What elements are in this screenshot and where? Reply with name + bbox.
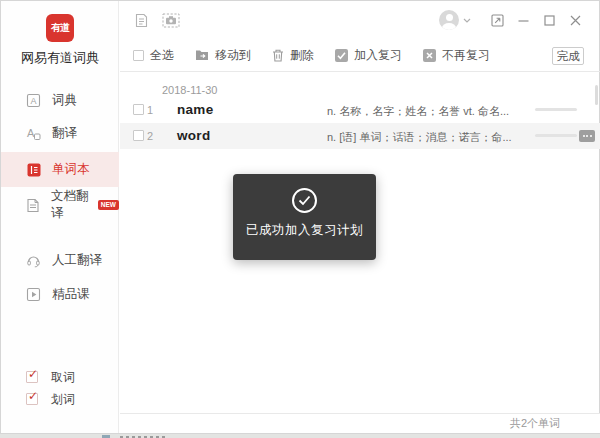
checkbox-checked[interactable]: ✓ [26, 393, 38, 405]
sidebar-item-dictionary[interactable]: A 词典 [1, 84, 119, 116]
sidebar: 有道 网易有道词典 A 词典 A 翻译 单词本 文档翻译 NEW [1, 1, 119, 433]
svg-text:A: A [30, 96, 36, 106]
add-review-button[interactable]: 加入复习 [335, 47, 402, 64]
move-to-button[interactable]: 移动到 [195, 47, 251, 64]
word-count: 共2个单词 [510, 416, 560, 431]
sidebar-item-label: 翻译 [52, 125, 77, 142]
sidebar-item-doc-translate[interactable]: 文档翻译 NEW [1, 189, 119, 221]
move-to-label: 移动到 [215, 47, 251, 64]
select-all-label: 全选 [150, 47, 174, 64]
screenshot-ocr-icon[interactable] [162, 13, 180, 28]
row-index: 1 [147, 104, 153, 116]
desktop-sliver [0, 434, 600, 438]
row-word[interactable]: name [177, 102, 213, 117]
checkbox-checked[interactable]: ✓ [26, 371, 38, 383]
add-review-label: 加入复习 [354, 47, 402, 64]
remove-review-label: 不再复习 [442, 47, 490, 64]
sidebar-item-label: 人工翻译 [52, 252, 102, 269]
date-group-header: 2018-11-30 [162, 84, 217, 96]
close-button[interactable] [565, 1, 585, 39]
row-checkbox[interactable] [133, 104, 144, 115]
check-square-icon [335, 49, 348, 62]
trash-icon [272, 49, 284, 62]
screen: 有道 网易有道词典 A 词典 A 翻译 单词本 文档翻译 NEW [0, 0, 600, 438]
chevron-down-icon[interactable] [463, 18, 471, 23]
move-folder-icon [195, 49, 209, 61]
x-square-icon [423, 49, 436, 62]
sidebar-item-premium-course[interactable]: 精品课 [1, 278, 119, 310]
action-bar: 全选 移动到 删除 加入复习 [120, 39, 600, 72]
sidebar-item-label: 精品课 [52, 286, 90, 303]
sidebar-item-human-translate[interactable]: 人工翻译 [1, 244, 119, 276]
play-course-icon [26, 287, 41, 302]
done-button[interactable]: 完成 [552, 47, 584, 65]
youdao-logo: 有道 [46, 14, 74, 42]
row-word[interactable]: word [177, 128, 210, 143]
toast-message: 已成功加入复习计划 [246, 222, 363, 239]
sidebar-item-wordbook[interactable]: 单词本 [1, 152, 119, 187]
more-options-button[interactable] [579, 130, 595, 142]
remove-review-button[interactable]: 不再复习 [423, 47, 490, 64]
sidebar-item-translate[interactable]: A 翻译 [1, 117, 119, 149]
toggle-word-select[interactable]: ✓ 划词 [26, 391, 75, 407]
familiarity-progress-bar [535, 134, 577, 137]
headset-icon [26, 253, 41, 268]
check-icon: ✓ [28, 368, 38, 380]
minimize-button[interactable] [513, 1, 533, 39]
top-toolbar [120, 1, 600, 39]
word-row-word[interactable]: 2 word n. [语] 单词；话语；消息；诺言；命... [120, 123, 600, 149]
row-definition: n. 名称，名字；姓名；名誉 vt. 命名... [327, 104, 512, 119]
app-window: 有道 网易有道词典 A 词典 A 翻译 单词本 文档翻译 NEW [0, 0, 600, 434]
row-index: 2 [147, 130, 153, 142]
wordbook-icon [26, 162, 41, 177]
document-icon [26, 198, 40, 213]
row-checkbox[interactable] [133, 130, 144, 141]
maximize-button[interactable] [539, 1, 559, 39]
sidebar-item-label: 文档翻译 [51, 188, 93, 222]
mini-mode-button[interactable] [487, 1, 507, 39]
sidebar-item-label: 单词本 [52, 161, 90, 178]
toast-success: 已成功加入复习计划 [233, 174, 376, 260]
delete-button[interactable]: 删除 [272, 47, 314, 64]
translate-icon: A [26, 126, 41, 141]
status-bar: 共2个单词 [120, 413, 600, 433]
toggle-word-capture[interactable]: ✓ 取词 [26, 369, 75, 385]
success-check-icon [292, 188, 317, 213]
select-all-control[interactable]: 全选 [133, 47, 174, 64]
new-note-icon[interactable] [134, 13, 149, 28]
user-avatar[interactable] [439, 10, 459, 30]
row-definition: n. [语] 单词；话语；消息；诺言；命... [327, 130, 512, 145]
svg-text:A: A [27, 127, 35, 139]
familiarity-progress-bar [535, 108, 577, 111]
word-row-name[interactable]: 1 name n. 名称，名字；姓名；名誉 vt. 命名... [120, 97, 600, 123]
toggle-label: 划词 [51, 391, 75, 408]
dictionary-icon: A [26, 93, 41, 108]
new-badge: NEW [98, 200, 119, 210]
app-title: 网易有道词典 [1, 49, 119, 67]
check-icon: ✓ [28, 390, 38, 402]
scrollbar-thumb[interactable] [595, 85, 598, 105]
taskbar-text-fragment [120, 436, 165, 438]
select-all-checkbox[interactable] [133, 50, 144, 61]
sidebar-item-label: 词典 [52, 92, 77, 109]
toggle-label: 取词 [51, 369, 75, 386]
delete-label: 删除 [290, 47, 314, 64]
